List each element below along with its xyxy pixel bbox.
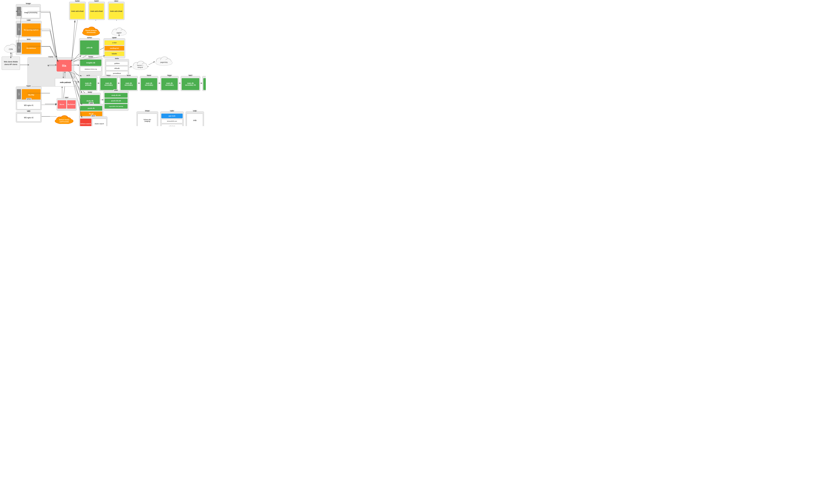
redis-label: redis pub/sub: [60, 81, 71, 83]
rubik-top-group: rubik nginx lila-opening-explorer: [16, 21, 42, 37]
database-lichess: database.lichess.org: [80, 67, 102, 71]
sirch-title: sirch: [91, 115, 96, 117]
terra-group: terra nginx lila-tablebase: [16, 40, 42, 55]
late1-title: late1: [188, 74, 193, 76]
rubik-bot-title: rubik: [89, 102, 94, 104]
achoo-group: achoo yolo db: [79, 38, 100, 56]
svg-text:telegraf: telegraf: [138, 66, 143, 68]
influxdb: influxdb: [106, 66, 128, 70]
diagram: CDN Web clients Mobile clients API clien…: [0, 0, 206, 126]
radio-group: radio pgn-mule lichess4545.com zulip bot…: [160, 111, 184, 126]
svg-text:fishnet analysis: fishnet analysis: [86, 30, 97, 31]
elastic-search: elastic-search: [92, 118, 107, 126]
late2-main-db: main dbsecondary 24h: [203, 78, 206, 90]
svg-line-27: [71, 21, 75, 62]
loquy-title: loquy: [106, 74, 111, 76]
lichess-search: lichess-search: [80, 118, 92, 126]
taffy-group: taffy WS nginx #2: [16, 112, 42, 122]
irwin-1: irwin anti-cheat: [70, 3, 85, 19]
bowie-group: bowie insights db database.lichess.org: [79, 57, 103, 76]
ws-nginx-2: WS nginx #2: [17, 113, 41, 121]
syrup-group: syrup WS nginx #1: [16, 99, 42, 110]
lila-label: lila: [62, 64, 66, 67]
svg-line-96: [149, 61, 155, 65]
starr-title: starr: [64, 97, 69, 98]
bowie-title: bowie: [88, 56, 94, 58]
lila-opening-explorer: lila-opening-explorer: [22, 23, 41, 36]
irwin-3: irwin anti-cheat: [109, 3, 124, 19]
study-title: study: [87, 91, 93, 93]
syrup-title: syrup: [26, 98, 31, 100]
late2-group: late2 main dbsecondary 24h: [202, 76, 206, 91]
fishnet-self-cloud: fishnet moves (self-hosted): [54, 115, 74, 124]
cr-bot: cr-bot: [105, 40, 124, 45]
laura-group: laura main dbsecondary: [120, 76, 138, 91]
pgn-mule: pgn-mule: [161, 113, 183, 118]
bassi-title: bassi: [146, 74, 152, 76]
khiaw-title: khiaw: [145, 110, 150, 112]
lichess4545: lichess4545.com: [161, 119, 183, 123]
plato-group: plato study db 24h puzzle db 24h rsync/b…: [104, 91, 129, 111]
svg-line-78: [50, 11, 57, 61]
sirch-group: sirch lichess-search elastic-search: [79, 116, 108, 126]
archi-main-db: main dbprimary: [80, 78, 97, 90]
svg-line-94: [71, 20, 77, 61]
fishnet-dist-cloud: fishnet analysis (distributed): [81, 26, 101, 36]
archi-group: archi main dbprimary: [79, 76, 98, 91]
lila-box: lila: [56, 60, 71, 71]
rsync-backup: rsync/btfrs file backup: [105, 104, 128, 108]
redis-box: redis pub/sub: [55, 78, 76, 86]
grafana: grafana: [106, 61, 128, 65]
rubik-top-title: rubik: [26, 19, 31, 21]
zulip-bots: zulip bots: [161, 124, 183, 126]
nginx-terra: nginx: [17, 43, 21, 52]
achoo-title: achoo: [87, 37, 93, 39]
insights-db: insights db: [80, 59, 102, 66]
terra-title: terra: [26, 38, 31, 40]
ws-nginx-1: WS nginx #1: [17, 101, 41, 109]
radio-title: radio: [169, 110, 174, 112]
nginx-image: nginx: [17, 7, 21, 16]
lichess-dev: lichess.dev(staging): [138, 113, 157, 126]
lila-fishnet: lila-fishnet: [67, 100, 75, 108]
zulip-title: zulip: [192, 110, 197, 112]
plato-title: plato: [114, 89, 119, 91]
khiaw-group: khiaw lichess.dev(staging): [137, 111, 158, 126]
archi-title: archi: [86, 74, 91, 76]
hyper-title: hyper: [26, 85, 31, 87]
svg-text:(distributed): (distributed): [87, 32, 96, 33]
loquy-main-db: main dbsecondary: [101, 78, 117, 90]
svg-text:(self-hosted): (self-hosted): [59, 121, 68, 122]
bassi-group: bassi main dbsecondary: [140, 76, 158, 91]
burke-title: burke: [74, 0, 80, 2]
smtp-cloud: SMTP: [111, 27, 127, 36]
butch-title: butch: [94, 0, 99, 2]
kamon-cloud: kamon + telegraf: [132, 60, 149, 70]
puzzle-db-24h: puzzle db 24h: [105, 98, 128, 103]
apate-group: apate cr-bot sandbag-bot kaladin: [104, 38, 125, 58]
svg-text:CDN: CDN: [9, 48, 13, 50]
starr-group: starr lila-ws lila-fishnet: [56, 98, 76, 110]
higgs-main-db: main dbsecondary: [161, 78, 178, 90]
svg-text:kamon +: kamon +: [137, 64, 143, 66]
kaladin: kaladin: [105, 51, 124, 56]
study-db-24h: study db 24h: [105, 93, 128, 98]
sandbag-bot: sandbag-bot: [105, 46, 124, 50]
lila-tablebase: lila-tablebase: [22, 43, 41, 54]
taffy-title: taffy: [26, 110, 31, 112]
bofur-title: bofur: [114, 57, 120, 59]
burke-group: burke irwin anti-cheat: [69, 2, 86, 20]
uluru-title: uluru: [114, 0, 119, 2]
svg-line-95: [129, 66, 132, 67]
late1-group: late1 main dbsecondary 1h: [181, 76, 200, 91]
svg-text:fishnet moves: fishnet moves: [59, 119, 69, 120]
image-processing: image processing: [22, 7, 40, 18]
svg-line-7: [50, 12, 56, 57]
image-group: image nginx image processing: [16, 4, 41, 19]
bassi-main-db: main dbsecondary: [141, 78, 157, 90]
irwin-2: irwin anti-cheat: [89, 3, 104, 19]
manta-title: manta: [48, 56, 54, 58]
nginx-rubik: nginx: [17, 23, 21, 35]
uluru-group: uluru irwin anti-cheat: [108, 2, 125, 20]
nginx-hyper: nginx: [17, 89, 21, 99]
